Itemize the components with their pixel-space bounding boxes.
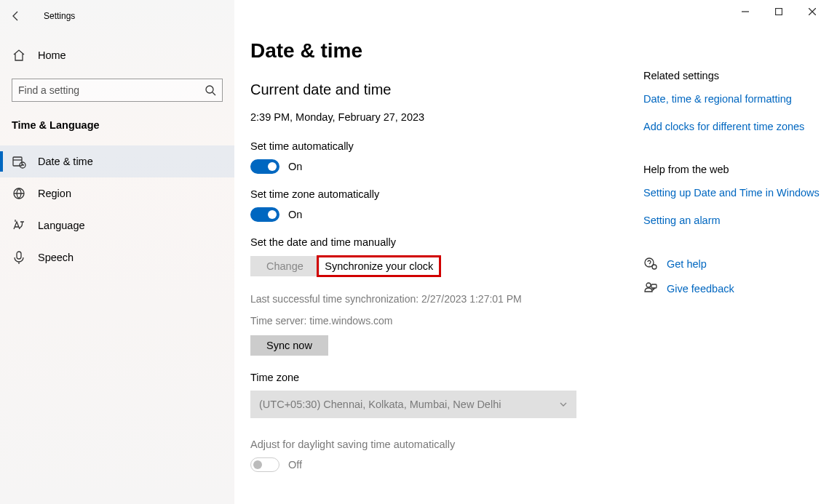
feedback-icon [643, 281, 658, 296]
nav-label: Home [38, 49, 66, 61]
calendar-clock-icon [12, 154, 26, 169]
get-help-link[interactable]: Get help [667, 258, 707, 270]
search-input[interactable] [18, 84, 205, 96]
settings-panel: Date & time Current date and time 2:39 P… [250, 0, 629, 487]
globe-icon [12, 186, 26, 201]
maximize-button[interactable] [762, 0, 796, 23]
svg-rect-1 [13, 157, 22, 166]
manual-label: Set the date and time manually [250, 236, 629, 248]
set-time-auto-toggle[interactable] [250, 159, 279, 174]
current-heading: Current date and time [250, 81, 629, 98]
toggle-state: Off [288, 459, 302, 471]
set-time-auto-label: Set time automatically [250, 140, 629, 152]
svg-point-0 [206, 86, 213, 93]
change-button: Change [250, 256, 320, 276]
arrow-left-icon [10, 10, 22, 22]
sync-last: Last successful time synchronization: 2/… [250, 292, 629, 307]
nav-label: Language [38, 220, 85, 231]
timezone-label: Time zone [250, 372, 629, 383]
nav-list: Date & time Region Language Speech [0, 145, 234, 273]
sync-heading: Synchronize your clock [325, 260, 433, 272]
sync-server: Time server: time.windows.com [250, 314, 629, 329]
chevron-down-icon [559, 400, 568, 409]
search-box[interactable] [12, 79, 223, 102]
category-title: Time & Language [12, 119, 234, 131]
page-title: Date & time [250, 39, 629, 63]
app-title: Settings [44, 11, 75, 21]
highlight-annotation: Synchronize your clock [317, 255, 441, 277]
timezone-value: (UTC+05:30) Chennai, Kolkata, Mumbai, Ne… [259, 399, 501, 410]
link-date-regional[interactable]: Date, time & regional formatting [643, 92, 829, 106]
nav-label: Region [38, 188, 71, 199]
nav-label: Speech [38, 252, 74, 263]
microphone-icon [12, 250, 26, 265]
svg-rect-4 [17, 252, 21, 259]
nav-label: Date & time [38, 156, 93, 167]
toggle-state: On [288, 161, 302, 172]
window-controls [729, 0, 829, 23]
link-help-alarm[interactable]: Setting an alarm [643, 213, 829, 228]
link-help-datetime[interactable]: Setting up Date and Time in Windows [643, 185, 829, 200]
related-heading: Related settings [643, 70, 829, 81]
toggle-state: On [288, 209, 302, 220]
svg-rect-9 [651, 284, 657, 288]
titlebar: Settings [0, 0, 234, 32]
main-content: Date & time Current date and time 2:39 P… [234, 0, 829, 504]
timezone-dropdown: (UTC+05:30) Chennai, Kolkata, Mumbai, Ne… [250, 391, 576, 418]
sync-now-button[interactable]: Sync now [250, 335, 328, 356]
svg-rect-5 [776, 9, 782, 15]
give-feedback-link[interactable]: Give feedback [667, 283, 734, 295]
maximize-icon [775, 8, 782, 15]
set-tz-auto-toggle[interactable] [250, 207, 279, 222]
back-button[interactable] [0, 0, 32, 32]
link-add-clocks[interactable]: Add clocks for different time zones [643, 119, 829, 134]
nav-home[interactable]: Home [0, 39, 234, 71]
help-heading: Help from the web [643, 164, 829, 175]
help-icon [643, 257, 658, 271]
dst-label: Adjust for daylight saving time automati… [250, 439, 629, 450]
close-button[interactable] [796, 0, 829, 23]
home-icon [12, 48, 26, 63]
aside-panel: Related settings Date, time & regional f… [629, 0, 829, 487]
minimize-icon [742, 8, 749, 15]
search-icon [205, 84, 216, 96]
current-datetime: 2:39 PM, Monday, February 27, 2023 [250, 111, 629, 123]
close-icon [809, 8, 816, 15]
nav-item-region[interactable]: Region [0, 177, 234, 209]
dst-toggle [250, 457, 279, 472]
language-icon [12, 218, 26, 233]
svg-point-7 [652, 265, 657, 269]
set-tz-auto-label: Set time zone automatically [250, 188, 629, 200]
nav-item-language[interactable]: Language [0, 209, 234, 241]
sidebar: Settings Home Time & Language Date & tim… [0, 0, 234, 504]
minimize-button[interactable] [729, 0, 762, 23]
nav-item-speech[interactable]: Speech [0, 241, 234, 273]
nav-item-date-time[interactable]: Date & time [0, 145, 234, 177]
svg-point-8 [646, 283, 651, 287]
